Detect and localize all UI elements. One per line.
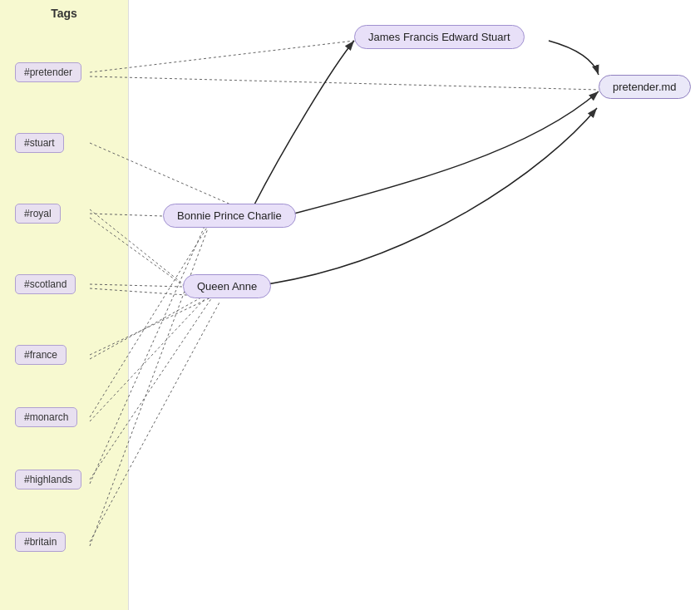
tag-scotland[interactable]: #scotland xyxy=(15,274,76,294)
tag-stuart[interactable]: #stuart xyxy=(15,133,64,153)
tags-title: Tags xyxy=(0,0,128,30)
tag-highlands[interactable]: #highlands xyxy=(15,470,81,489)
tag-royal[interactable]: #royal xyxy=(15,204,61,224)
node-james[interactable]: James Francis Edward Stuart xyxy=(354,25,525,49)
tag-monarch[interactable]: #monarch xyxy=(15,407,77,427)
svg-line-2 xyxy=(90,76,599,90)
tag-britain[interactable]: #britain xyxy=(15,532,66,552)
tag-france[interactable]: #france xyxy=(15,345,67,365)
node-queen-anne[interactable]: Queen Anne xyxy=(183,274,271,298)
node-pretender-md[interactable]: pretender.md xyxy=(599,75,691,99)
node-bonnie[interactable]: Bonnie Prince Charlie xyxy=(163,204,296,228)
tags-panel: Tags xyxy=(0,0,129,610)
svg-line-1 xyxy=(90,41,354,72)
diagram-container: Tags xyxy=(0,0,700,610)
tag-pretender[interactable]: #pretender xyxy=(15,62,81,82)
